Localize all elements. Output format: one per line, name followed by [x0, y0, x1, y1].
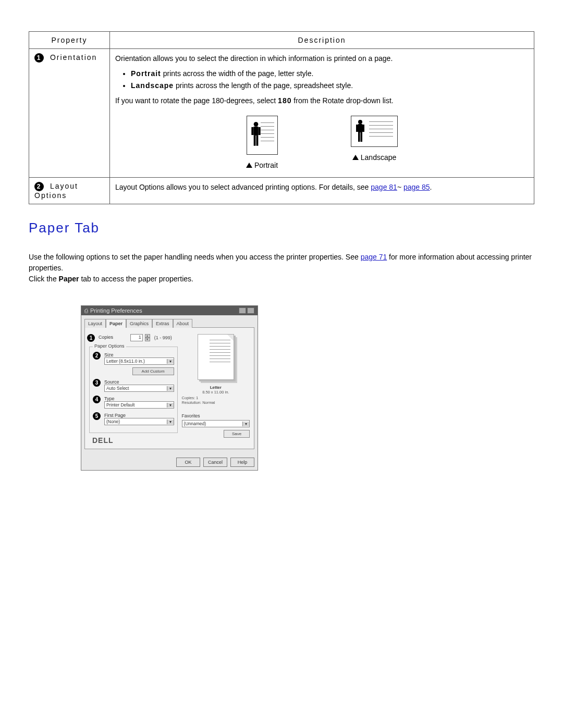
tab-extras[interactable]: Extras: [152, 319, 173, 328]
property-cell-orientation: 1 Orientation: [29, 49, 110, 178]
svg-rect-4: [253, 135, 255, 146]
th-description: Description: [110, 32, 534, 49]
person-icon: [354, 119, 366, 143]
firstpage-combo[interactable]: (None): [104, 418, 174, 425]
copies-row: 1 Copies 1 ▴▾ (1 - 999): [89, 334, 178, 341]
size-label: Size: [104, 352, 174, 357]
svg-rect-5: [256, 135, 258, 146]
portrait-label: Portrait: [246, 160, 278, 171]
svg-rect-7: [358, 124, 362, 132]
size-row: 2 Size Letter (8.5x11.0 in.) Add Custom: [93, 352, 174, 375]
landscape-page-icon: [351, 116, 398, 147]
bullet-rest: prints across the width of the page, let…: [161, 69, 314, 78]
close-icon[interactable]: [247, 307, 254, 314]
paper-options-group: Paper Options 2 Size Letter (8.5x11.0 in…: [89, 347, 178, 433]
tab-about[interactable]: About: [173, 319, 193, 328]
landscape-block: Landscape: [351, 116, 398, 171]
svg-rect-2: [251, 127, 253, 135]
callout-icon: 4: [93, 396, 101, 403]
orientation-bullets: Portrait prints across the width of the …: [131, 68, 529, 91]
printer-icon: ⎙: [84, 307, 88, 314]
portrait-page-icon: [247, 116, 278, 155]
bullet-term: Landscape: [131, 81, 174, 90]
printing-preferences-dialog: ⎙ Printing Preferences Layout Paper Grap…: [81, 305, 258, 471]
portrait-block: Portrait: [246, 116, 278, 171]
doc-lines-icon: [210, 340, 230, 365]
table-row: 1 Orientation Orientation allows you to …: [29, 49, 534, 178]
type-row: 4 Type Printer Default: [93, 396, 174, 409]
dialog-title: Printing Preferences: [90, 307, 142, 314]
spinner-buttons[interactable]: ▴▾: [145, 334, 150, 341]
callout-icon: 3: [93, 379, 101, 387]
dialog-titlebar: ⎙ Printing Preferences: [81, 306, 258, 315]
favorites-combo[interactable]: (Unnamed): [182, 420, 250, 427]
source-combo[interactable]: Auto Select: [104, 385, 174, 392]
ok-button[interactable]: OK: [176, 458, 200, 467]
list-item: Portrait prints across the width of the …: [131, 68, 529, 79]
dialog-footer: OK Cancel Help: [81, 454, 258, 470]
callout-icon: 5: [93, 412, 101, 420]
page-preview: [198, 334, 234, 380]
description-cell-layout-options: Layout Options allows you to select adva…: [110, 178, 534, 204]
svg-point-6: [358, 120, 362, 124]
heading-paper-tab: Paper Tab: [29, 220, 534, 236]
doc-lines-icon: [261, 122, 274, 144]
type-combo[interactable]: Printer Default: [104, 401, 174, 409]
callout-icon: 2: [34, 182, 44, 191]
bullet-term: Portrait: [131, 69, 161, 78]
source-label: Source: [104, 379, 174, 385]
favorites-label: Favorites: [182, 413, 250, 418]
tab-panel: 1 Copies 1 ▴▾ (1 - 999) Paper Options 2 …: [84, 327, 254, 449]
triangle-icon: [246, 163, 252, 168]
body-paragraph: Use the following options to set the pap…: [29, 252, 534, 285]
copies-input[interactable]: 1: [130, 334, 143, 341]
add-custom-button[interactable]: Add Custom: [132, 367, 174, 375]
svg-rect-1: [253, 127, 258, 135]
description-cell-orientation: Orientation allows you to select the dir…: [110, 49, 534, 178]
tab-paper[interactable]: Paper: [106, 319, 126, 328]
bullet-rest: prints across the length of the page, sp…: [174, 81, 353, 90]
preview-info: Letter 8.50 x 11.00 in. Copies: 1 Resolu…: [182, 385, 250, 405]
svg-rect-11: [361, 132, 363, 142]
svg-rect-8: [356, 125, 358, 132]
property-name: Orientation: [50, 53, 97, 61]
firstpage-label: First Page: [104, 413, 174, 418]
doc-lines-icon: [369, 121, 393, 140]
page-link-85[interactable]: page 85: [403, 183, 430, 191]
svg-rect-10: [358, 132, 360, 142]
list-item: Landscape prints across the length of th…: [131, 80, 529, 91]
callout-icon: 1: [87, 334, 95, 342]
group-title: Paper Options: [93, 343, 126, 349]
svg-rect-9: [362, 125, 364, 132]
svg-point-0: [253, 122, 258, 127]
dell-logo: DELL: [92, 436, 178, 445]
th-property: Property: [29, 32, 110, 49]
help-icon[interactable]: [239, 307, 246, 314]
orientation-intro: Orientation allows you to select the dir…: [115, 53, 529, 64]
page-link-81[interactable]: page 81: [371, 183, 397, 191]
triangle-icon: [352, 155, 359, 160]
table-row: 2 Layout Options Layout Options allows y…: [29, 178, 534, 204]
landscape-label: Landscape: [351, 152, 398, 163]
page-link-71[interactable]: page 71: [361, 253, 387, 261]
copies-range: (1 - 999): [154, 335, 172, 340]
type-label: Type: [104, 396, 174, 401]
save-button[interactable]: Save: [224, 430, 250, 438]
tabs: Layout Paper Graphics Extras About: [84, 318, 254, 327]
source-row: 3 Source Auto Select: [93, 379, 174, 392]
cancel-button[interactable]: Cancel: [203, 458, 227, 467]
person-icon: [250, 121, 262, 147]
firstpage-row: 5 First Page (None): [93, 413, 174, 425]
property-cell-layout-options: 2 Layout Options: [29, 178, 110, 204]
orientation-illustration: Portrait Landscape: [115, 116, 529, 171]
size-combo[interactable]: Letter (8.5x11.0 in.): [104, 357, 174, 365]
rotate-note: If you want to rotate the page 180-degre…: [115, 95, 529, 106]
tab-graphics[interactable]: Graphics: [126, 319, 152, 328]
callout-icon: 1: [34, 53, 44, 63]
copies-label: Copies: [99, 335, 113, 340]
callout-icon: 2: [93, 352, 101, 360]
tab-layout[interactable]: Layout: [84, 319, 106, 328]
help-button[interactable]: Help: [230, 458, 254, 467]
properties-table: Property Description 1 Orientation Orien…: [29, 31, 534, 204]
